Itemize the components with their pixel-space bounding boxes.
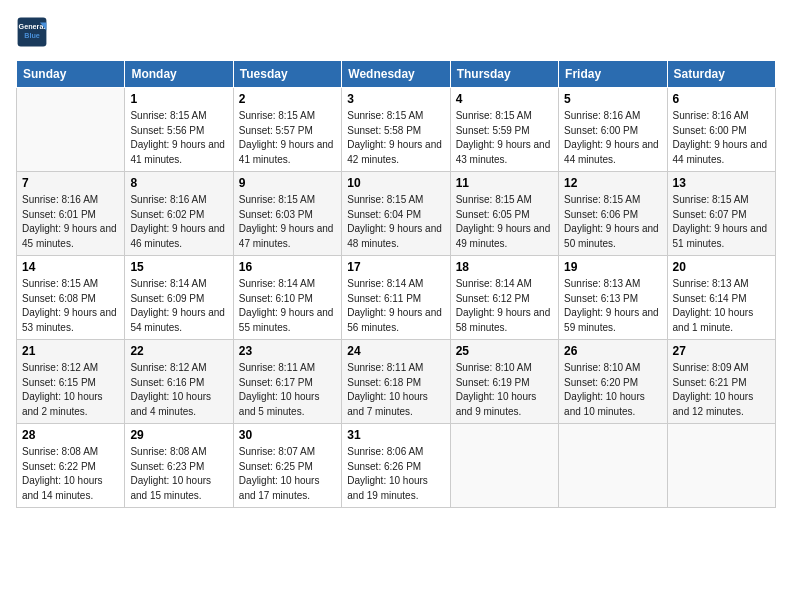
day-cell: 30Sunrise: 8:07 AMSunset: 6:25 PMDayligh… (233, 424, 341, 508)
day-cell (667, 424, 775, 508)
day-info: Sunrise: 8:11 AMSunset: 6:18 PMDaylight:… (347, 361, 444, 419)
day-header-friday: Friday (559, 61, 667, 88)
day-cell: 15Sunrise: 8:14 AMSunset: 6:09 PMDayligh… (125, 256, 233, 340)
day-cell (559, 424, 667, 508)
day-cell: 16Sunrise: 8:14 AMSunset: 6:10 PMDayligh… (233, 256, 341, 340)
day-number: 26 (564, 344, 661, 358)
day-info: Sunrise: 8:13 AMSunset: 6:14 PMDaylight:… (673, 277, 770, 335)
day-info: Sunrise: 8:10 AMSunset: 6:19 PMDaylight:… (456, 361, 553, 419)
day-number: 14 (22, 260, 119, 274)
day-cell: 18Sunrise: 8:14 AMSunset: 6:12 PMDayligh… (450, 256, 558, 340)
day-info: Sunrise: 8:12 AMSunset: 6:15 PMDaylight:… (22, 361, 119, 419)
day-info: Sunrise: 8:10 AMSunset: 6:20 PMDaylight:… (564, 361, 661, 419)
day-info: Sunrise: 8:15 AMSunset: 6:07 PMDaylight:… (673, 193, 770, 251)
day-info: Sunrise: 8:15 AMSunset: 6:03 PMDaylight:… (239, 193, 336, 251)
logo-icon: General Blue (16, 16, 48, 48)
day-info: Sunrise: 8:15 AMSunset: 6:05 PMDaylight:… (456, 193, 553, 251)
day-header-tuesday: Tuesday (233, 61, 341, 88)
day-number: 24 (347, 344, 444, 358)
day-header-monday: Monday (125, 61, 233, 88)
day-cell: 25Sunrise: 8:10 AMSunset: 6:19 PMDayligh… (450, 340, 558, 424)
day-info: Sunrise: 8:14 AMSunset: 6:10 PMDaylight:… (239, 277, 336, 335)
day-number: 13 (673, 176, 770, 190)
day-number: 19 (564, 260, 661, 274)
calendar-body: 1Sunrise: 8:15 AMSunset: 5:56 PMDaylight… (17, 88, 776, 508)
day-info: Sunrise: 8:16 AMSunset: 6:00 PMDaylight:… (564, 109, 661, 167)
day-info: Sunrise: 8:12 AMSunset: 6:16 PMDaylight:… (130, 361, 227, 419)
day-cell: 22Sunrise: 8:12 AMSunset: 6:16 PMDayligh… (125, 340, 233, 424)
day-number: 1 (130, 92, 227, 106)
day-cell: 3Sunrise: 8:15 AMSunset: 5:58 PMDaylight… (342, 88, 450, 172)
day-cell: 29Sunrise: 8:08 AMSunset: 6:23 PMDayligh… (125, 424, 233, 508)
day-info: Sunrise: 8:14 AMSunset: 6:09 PMDaylight:… (130, 277, 227, 335)
day-cell: 19Sunrise: 8:13 AMSunset: 6:13 PMDayligh… (559, 256, 667, 340)
day-header-wednesday: Wednesday (342, 61, 450, 88)
day-number: 12 (564, 176, 661, 190)
header-row: SundayMondayTuesdayWednesdayThursdayFrid… (17, 61, 776, 88)
day-header-thursday: Thursday (450, 61, 558, 88)
day-cell (17, 88, 125, 172)
day-info: Sunrise: 8:15 AMSunset: 5:59 PMDaylight:… (456, 109, 553, 167)
day-cell: 28Sunrise: 8:08 AMSunset: 6:22 PMDayligh… (17, 424, 125, 508)
day-number: 31 (347, 428, 444, 442)
day-info: Sunrise: 8:15 AMSunset: 6:08 PMDaylight:… (22, 277, 119, 335)
day-number: 16 (239, 260, 336, 274)
day-cell: 13Sunrise: 8:15 AMSunset: 6:07 PMDayligh… (667, 172, 775, 256)
day-cell: 26Sunrise: 8:10 AMSunset: 6:20 PMDayligh… (559, 340, 667, 424)
day-cell: 31Sunrise: 8:06 AMSunset: 6:26 PMDayligh… (342, 424, 450, 508)
day-number: 15 (130, 260, 227, 274)
week-row-5: 28Sunrise: 8:08 AMSunset: 6:22 PMDayligh… (17, 424, 776, 508)
day-number: 6 (673, 92, 770, 106)
day-number: 3 (347, 92, 444, 106)
day-cell: 7Sunrise: 8:16 AMSunset: 6:01 PMDaylight… (17, 172, 125, 256)
day-info: Sunrise: 8:06 AMSunset: 6:26 PMDaylight:… (347, 445, 444, 503)
day-cell: 5Sunrise: 8:16 AMSunset: 6:00 PMDaylight… (559, 88, 667, 172)
logo: General Blue (16, 16, 52, 48)
day-number: 25 (456, 344, 553, 358)
day-cell: 12Sunrise: 8:15 AMSunset: 6:06 PMDayligh… (559, 172, 667, 256)
day-cell: 20Sunrise: 8:13 AMSunset: 6:14 PMDayligh… (667, 256, 775, 340)
page-header: General Blue (16, 16, 776, 48)
day-number: 17 (347, 260, 444, 274)
day-info: Sunrise: 8:16 AMSunset: 6:00 PMDaylight:… (673, 109, 770, 167)
day-cell: 24Sunrise: 8:11 AMSunset: 6:18 PMDayligh… (342, 340, 450, 424)
day-cell (450, 424, 558, 508)
svg-text:Blue: Blue (24, 31, 40, 40)
day-number: 18 (456, 260, 553, 274)
calendar-table: SundayMondayTuesdayWednesdayThursdayFrid… (16, 60, 776, 508)
day-header-saturday: Saturday (667, 61, 775, 88)
day-info: Sunrise: 8:16 AMSunset: 6:02 PMDaylight:… (130, 193, 227, 251)
day-info: Sunrise: 8:15 AMSunset: 5:56 PMDaylight:… (130, 109, 227, 167)
day-number: 11 (456, 176, 553, 190)
day-number: 9 (239, 176, 336, 190)
calendar-header: SundayMondayTuesdayWednesdayThursdayFrid… (17, 61, 776, 88)
day-cell: 27Sunrise: 8:09 AMSunset: 6:21 PMDayligh… (667, 340, 775, 424)
day-info: Sunrise: 8:15 AMSunset: 6:06 PMDaylight:… (564, 193, 661, 251)
day-cell: 9Sunrise: 8:15 AMSunset: 6:03 PMDaylight… (233, 172, 341, 256)
day-cell: 1Sunrise: 8:15 AMSunset: 5:56 PMDaylight… (125, 88, 233, 172)
day-number: 2 (239, 92, 336, 106)
day-cell: 8Sunrise: 8:16 AMSunset: 6:02 PMDaylight… (125, 172, 233, 256)
week-row-3: 14Sunrise: 8:15 AMSunset: 6:08 PMDayligh… (17, 256, 776, 340)
day-number: 5 (564, 92, 661, 106)
day-info: Sunrise: 8:15 AMSunset: 5:57 PMDaylight:… (239, 109, 336, 167)
day-number: 7 (22, 176, 119, 190)
day-cell: 2Sunrise: 8:15 AMSunset: 5:57 PMDaylight… (233, 88, 341, 172)
day-info: Sunrise: 8:15 AMSunset: 6:04 PMDaylight:… (347, 193, 444, 251)
day-info: Sunrise: 8:14 AMSunset: 6:11 PMDaylight:… (347, 277, 444, 335)
day-cell: 11Sunrise: 8:15 AMSunset: 6:05 PMDayligh… (450, 172, 558, 256)
day-info: Sunrise: 8:15 AMSunset: 5:58 PMDaylight:… (347, 109, 444, 167)
week-row-2: 7Sunrise: 8:16 AMSunset: 6:01 PMDaylight… (17, 172, 776, 256)
day-number: 28 (22, 428, 119, 442)
day-number: 29 (130, 428, 227, 442)
day-number: 8 (130, 176, 227, 190)
day-info: Sunrise: 8:08 AMSunset: 6:23 PMDaylight:… (130, 445, 227, 503)
day-number: 4 (456, 92, 553, 106)
day-info: Sunrise: 8:14 AMSunset: 6:12 PMDaylight:… (456, 277, 553, 335)
day-info: Sunrise: 8:07 AMSunset: 6:25 PMDaylight:… (239, 445, 336, 503)
day-cell: 10Sunrise: 8:15 AMSunset: 6:04 PMDayligh… (342, 172, 450, 256)
day-cell: 23Sunrise: 8:11 AMSunset: 6:17 PMDayligh… (233, 340, 341, 424)
day-number: 21 (22, 344, 119, 358)
day-cell: 4Sunrise: 8:15 AMSunset: 5:59 PMDaylight… (450, 88, 558, 172)
day-info: Sunrise: 8:16 AMSunset: 6:01 PMDaylight:… (22, 193, 119, 251)
